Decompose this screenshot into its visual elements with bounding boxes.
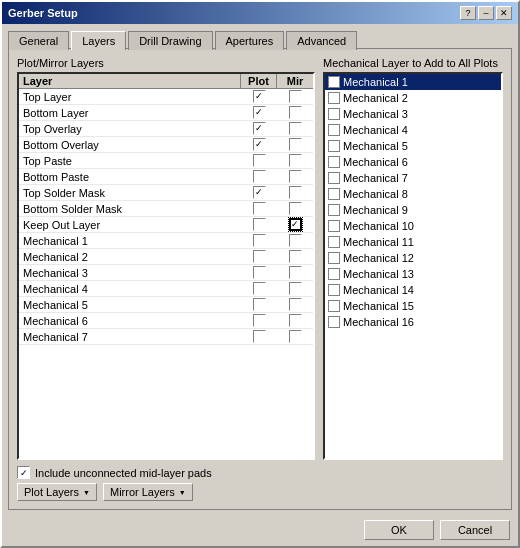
plot-checkbox[interactable] [253,138,266,151]
layers-body[interactable]: Top LayerBottom LayerTop OverlayBottom O… [19,89,313,458]
mech-item-checkbox[interactable] [328,124,340,136]
plot-checkbox[interactable] [253,122,266,135]
mirror-checkbox[interactable] [289,330,302,343]
mech-item-checkbox[interactable] [328,108,340,120]
mirror-checkbox[interactable] [289,282,302,295]
mech-list-item[interactable]: Mechanical 12 [325,250,501,266]
mech-list-item[interactable]: Mechanical 3 [325,106,501,122]
layer-row: Mechanical 6 [19,313,313,329]
mech-list-item[interactable]: Mechanical 4 [325,122,501,138]
mech-item-checkbox[interactable] [328,252,340,264]
layer-name: Keep Out Layer [19,219,241,231]
layer-row: Top Layer [19,89,313,105]
title-bar-buttons: ? – ✕ [460,6,512,20]
mirror-layers-button[interactable]: Mirror Layers ▼ [103,483,193,501]
mech-item-checkbox[interactable] [328,76,340,88]
mech-list-item[interactable]: Mechanical 16 [325,314,501,330]
mech-item-checkbox[interactable] [328,172,340,184]
plot-checkbox[interactable] [253,154,266,167]
cancel-button[interactable]: Cancel [440,520,510,540]
mirror-checkbox[interactable] [289,154,302,167]
mirror-checkbox[interactable] [289,138,302,151]
mech-item-checkbox[interactable] [328,156,340,168]
mirror-checkbox[interactable] [289,90,302,103]
plot-checkbox[interactable] [253,170,266,183]
mech-item-checkbox[interactable] [328,204,340,216]
mechanical-list[interactable]: Mechanical 1Mechanical 2Mechanical 3Mech… [323,72,503,460]
mech-list-item[interactable]: Mechanical 1 [325,74,501,90]
mech-item-checkbox[interactable] [328,284,340,296]
tab-advanced[interactable]: Advanced [286,31,357,50]
plot-checkbox[interactable] [253,234,266,247]
mech-list-item[interactable]: Mechanical 8 [325,186,501,202]
layer-name: Mechanical 1 [19,235,241,247]
plot-checkbox[interactable] [253,330,266,343]
plot-checkbox[interactable] [253,298,266,311]
mirror-checkbox[interactable] [289,218,302,231]
button-row: Plot Layers ▼ Mirror Layers ▼ [17,483,503,501]
help-button[interactable]: ? [460,6,476,20]
plot-checkbox[interactable] [253,186,266,199]
mech-item-checkbox[interactable] [328,268,340,280]
tab-layers[interactable]: Layers [71,31,126,50]
mech-list-item[interactable]: Mechanical 5 [325,138,501,154]
mech-item-checkbox[interactable] [328,316,340,328]
mech-item-label: Mechanical 13 [343,268,414,280]
tab-drill-drawing[interactable]: Drill Drawing [128,31,212,50]
tab-general[interactable]: General [8,31,69,50]
include-checkbox[interactable] [17,466,30,479]
plot-checkbox[interactable] [253,282,266,295]
mech-list-item[interactable]: Mechanical 15 [325,298,501,314]
plot-checkbox[interactable] [253,250,266,263]
layer-name: Mechanical 3 [19,267,241,279]
mirror-checkbox[interactable] [289,314,302,327]
layer-name: Mechanical 4 [19,283,241,295]
mech-item-checkbox[interactable] [328,92,340,104]
mirror-checkbox[interactable] [289,106,302,119]
mirror-checkbox[interactable] [289,250,302,263]
mech-list-item[interactable]: Mechanical 10 [325,218,501,234]
mech-item-label: Mechanical 7 [343,172,408,184]
plot-checkbox-col [241,106,277,119]
mirror-checkbox[interactable] [289,122,302,135]
mirror-checkbox[interactable] [289,186,302,199]
layer-row: Mechanical 7 [19,329,313,345]
mech-item-checkbox[interactable] [328,300,340,312]
close-button[interactable]: ✕ [496,6,512,20]
plot-checkbox[interactable] [253,314,266,327]
mirror-checkbox-col [277,250,313,263]
mirror-checkbox[interactable] [289,202,302,215]
tab-strip: General Layers Drill Drawing Apertures A… [8,30,512,49]
mech-list-item[interactable]: Mechanical 7 [325,170,501,186]
mech-item-checkbox[interactable] [328,140,340,152]
gerber-setup-window: Gerber Setup ? – ✕ General Layers Drill … [0,0,520,548]
mirror-checkbox[interactable] [289,234,302,247]
layer-row: Top Solder Mask [19,185,313,201]
minimize-button[interactable]: – [478,6,494,20]
plot-checkbox[interactable] [253,106,266,119]
mech-item-label: Mechanical 14 [343,284,414,296]
ok-button[interactable]: OK [364,520,434,540]
mirror-checkbox[interactable] [289,298,302,311]
mech-list-item[interactable]: Mechanical 13 [325,266,501,282]
mech-list-item[interactable]: Mechanical 2 [325,90,501,106]
mirror-checkbox[interactable] [289,266,302,279]
tab-apertures[interactable]: Apertures [215,31,285,50]
plot-checkbox[interactable] [253,218,266,231]
main-area: Plot/Mirror Layers Layer Plot Mir Top La… [17,57,503,460]
layer-row: Keep Out Layer [19,217,313,233]
mirror-checkbox-col [277,298,313,311]
mirror-checkbox[interactable] [289,170,302,183]
plot-checkbox[interactable] [253,90,266,103]
mech-item-checkbox[interactable] [328,220,340,232]
mech-list-item[interactable]: Mechanical 6 [325,154,501,170]
mech-item-checkbox[interactable] [328,236,340,248]
mech-list-item[interactable]: Mechanical 9 [325,202,501,218]
plot-layers-button[interactable]: Plot Layers ▼ [17,483,97,501]
plot-checkbox[interactable] [253,202,266,215]
left-panel-title: Plot/Mirror Layers [17,57,315,69]
mech-item-checkbox[interactable] [328,188,340,200]
plot-checkbox[interactable] [253,266,266,279]
mech-list-item[interactable]: Mechanical 11 [325,234,501,250]
mech-list-item[interactable]: Mechanical 14 [325,282,501,298]
